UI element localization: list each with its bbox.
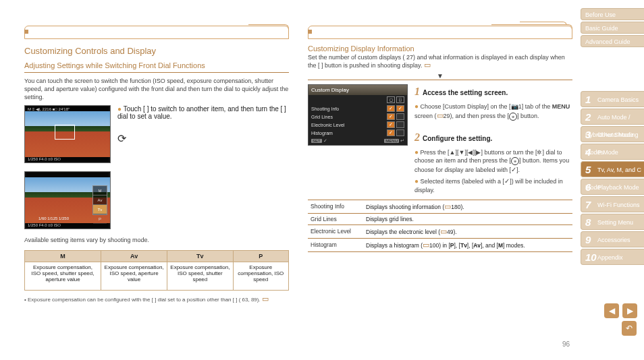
chapter-tab-6[interactable]: 6Playback Mode xyxy=(581,179,644,195)
page-nav-buttons: ◀ ▶ ↶ xyxy=(603,303,637,336)
chapter-tab-8[interactable]: 8Setting Menu xyxy=(581,214,644,230)
book-icon: ▭ xyxy=(444,202,451,211)
chapter-tab-1[interactable]: 1Camera Basics xyxy=(581,91,644,107)
bullet-icon: ● xyxy=(414,177,419,185)
menu-button-icon: MENU↵ xyxy=(384,138,404,144)
chapter-tab-2[interactable]: 2Auto Mode / Hybrid Auto Mode xyxy=(581,109,644,125)
modetable-caption: Available setting items vary by shooting… xyxy=(24,236,289,244)
set-button-icon: SET✓ xyxy=(311,138,327,144)
check-icon: ✓ xyxy=(511,166,516,173)
row-grid-lines: Grid Lines xyxy=(308,213,363,224)
mode-col-tv: Tv xyxy=(167,250,233,262)
step-2-number: 2 xyxy=(414,131,420,143)
display-items-table: Shooting InfoDisplays shooting informati… xyxy=(308,200,572,252)
book-icon: ▭ xyxy=(424,61,431,69)
camera-icon: 📷 xyxy=(511,103,518,110)
display-preset-2-icon: ⌼ xyxy=(396,96,404,103)
chapter-tab-3[interactable]: 3Other Shooting Modes xyxy=(581,126,644,142)
func-set-button-icon: ⊕ xyxy=(509,113,517,121)
mode-col-m: M xyxy=(25,250,101,262)
mode-settings-table: M Av Tv P Exposure compensation, ISO spe… xyxy=(24,250,289,291)
left-breadcrumb-tab: Tv, Av, M, and C Mode xyxy=(24,24,289,40)
row-shooting-info: Shooting Info xyxy=(308,200,363,213)
custom-display-title: Custom Display xyxy=(308,85,407,95)
chapter-tab-9[interactable]: 9Accessories xyxy=(581,231,644,247)
sidetab-before-use[interactable]: Before Use xyxy=(581,8,644,20)
right-breadcrumb-tab: Tv, Av, M, and C Mode xyxy=(308,24,572,40)
right-section-heading: Customizing Display Information xyxy=(308,44,572,53)
mode-col-p: P xyxy=(233,250,288,262)
func-set-button-icon: ⊕ xyxy=(511,157,519,165)
custom-display-menu-screenshot: Custom Display ◻ ⌼ Shooting Info✓✓ Grid … xyxy=(308,84,408,146)
sidebar-top-group: Before Use Basic Guide Advanced Guide xyxy=(581,8,644,49)
chapter-tab-4[interactable]: 4P Mode xyxy=(581,144,644,160)
next-page-button[interactable]: ▶ xyxy=(622,303,637,318)
right-column: Tv, Av, M, and C Mode Customizing Displa… xyxy=(308,24,572,252)
breadcrumb-label: Tv, Av, M, and C Mode xyxy=(31,28,99,35)
right-intro-text: Set the number of custom displays ( 27) … xyxy=(308,54,572,69)
return-button[interactable]: ↶ xyxy=(622,321,637,336)
book-icon: ▭ xyxy=(437,111,444,121)
left-intro-text: You can touch the screen to switch the f… xyxy=(24,77,289,101)
control-dial-icon: ✲ xyxy=(537,149,542,156)
left-column: Tv, Av, M, and C Mode Customizing Contro… xyxy=(24,24,289,303)
display-preset-1-icon: ◻ xyxy=(387,96,395,103)
breadcrumb-marker-icon xyxy=(24,30,28,34)
check-icon: ✓ xyxy=(504,177,510,185)
bullet-icon: ● xyxy=(117,105,122,113)
book-icon: ▭ xyxy=(423,241,429,249)
breadcrumb-label: Tv, Av, M, and C Mode xyxy=(315,28,382,35)
left-step-body: ● Touch [ ] to switch to another item, a… xyxy=(117,105,289,145)
sidetab-basic-guide[interactable]: Basic Guide xyxy=(581,22,644,34)
page-number: 96 xyxy=(562,340,570,348)
af-frame-icon xyxy=(55,125,75,140)
row-histogram: Histogram xyxy=(308,238,363,251)
chapter-tab-10[interactable]: 10Appendix xyxy=(581,249,644,265)
chapter-tab-5[interactable]: 5Tv, Av, M, and C Mode xyxy=(581,161,644,177)
row-electronic-level: Electronic Level xyxy=(308,224,363,238)
left-section-subheading: Adjusting Settings while Switching Front… xyxy=(24,61,289,69)
mode-switch-strip: M Av Tv P xyxy=(92,185,107,215)
sidetab-advanced-guide[interactable]: Advanced Guide xyxy=(581,35,644,47)
breadcrumb-marker-icon xyxy=(308,30,312,34)
step-1-number: 1 xyxy=(414,86,420,97)
mode-col-av: Av xyxy=(101,250,167,262)
left-section-heading: Customizing Controls and Display xyxy=(24,46,289,56)
step-2-title: Configure the setting. xyxy=(423,135,492,142)
book-icon: ▭ xyxy=(440,227,447,236)
bullet-icon: ● xyxy=(414,102,419,110)
arrow-down-icon: ▼ xyxy=(308,72,572,80)
left-footnote: • Exposure compensation can be configure… xyxy=(24,295,289,303)
screenshot-frontdial-switch: M Av Tv P 1/60 1/125 1/250 1/250 F4.0 ±0… xyxy=(24,171,111,229)
bullet-icon: ● xyxy=(414,148,419,156)
heading-rule xyxy=(24,72,289,73)
screenshot-shooting-display: M ≡ ◀L 2216 ■□ 24'18'' 1/250 F4.0 ±0 ISO xyxy=(24,105,111,163)
step-1-title: Access the setting screen. xyxy=(423,89,508,96)
chapter-tab-7[interactable]: 7Wi-Fi Functions xyxy=(581,196,644,212)
book-icon: ▭ xyxy=(262,295,269,303)
prev-page-button[interactable]: ◀ xyxy=(604,303,619,318)
sidebar-chapter-tabs: 1Camera Basics 2Auto Mode / Hybrid Auto … xyxy=(581,91,644,266)
